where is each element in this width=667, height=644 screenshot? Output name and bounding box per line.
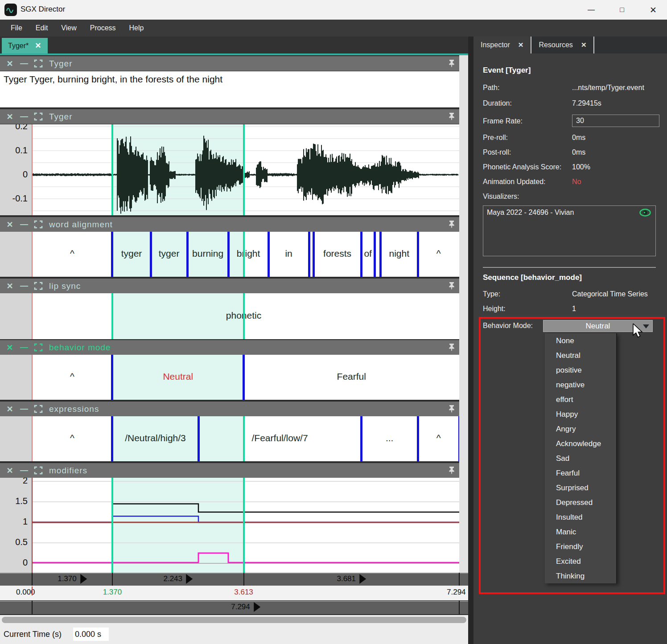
behavior-option-acknowledge[interactable]: Acknowledge	[545, 436, 616, 451]
track-expand-icon[interactable]	[34, 220, 43, 229]
behavior-option-negative[interactable]: negative	[545, 377, 616, 392]
behavior-option-fearful[interactable]: Fearful	[545, 466, 616, 480]
track-content-segments-5[interactable]: ^/Neutral/high/3/Fearful/low/7...^	[0, 416, 459, 461]
behavior-option-thinking[interactable]: Thinking	[545, 569, 616, 583]
word-boundary-line[interactable]	[186, 232, 189, 277]
track-content-segments-2[interactable]: ^tygertygerburningbrightinforestsofnight…	[0, 232, 459, 277]
behavior-option-sad[interactable]: Sad	[545, 451, 616, 466]
segment-duration-label[interactable]: 7.294	[231, 602, 260, 612]
tab-close-icon[interactable]: ✕	[581, 41, 587, 49]
behavior-option-manic[interactable]: Manic	[545, 525, 616, 539]
track-expand-icon[interactable]	[34, 343, 43, 352]
play-segment-icon[interactable]	[186, 574, 193, 584]
word-boundary-line[interactable]	[313, 232, 315, 277]
word-boundary-line[interactable]	[111, 232, 113, 277]
behavior-option-friendly[interactable]: Friendly	[545, 539, 616, 554]
word-boundary-line[interactable]	[268, 232, 270, 277]
word-boundary-line[interactable]	[198, 416, 200, 461]
word-boundary-line[interactable]	[417, 416, 419, 461]
timeline-segment-bar-bottom[interactable]: 7.294	[0, 601, 468, 614]
tab-resources[interactable]: Resources✕	[531, 37, 594, 53]
track-minimize-icon[interactable]: —	[20, 220, 29, 229]
track-header-behavior-mode[interactable]: ✕—behavior mode	[0, 340, 459, 355]
track-minimize-icon[interactable]: —	[20, 466, 29, 475]
track-header-Tyger[interactable]: ✕—Tyger	[0, 109, 459, 124]
word-boundary-line[interactable]	[111, 416, 113, 461]
pin-icon[interactable]	[448, 405, 456, 413]
visibility-eye-icon[interactable]	[639, 209, 651, 217]
track-minimize-icon[interactable]: —	[20, 59, 29, 68]
maximize-button[interactable]: □	[612, 3, 632, 17]
pin-icon[interactable]	[448, 343, 456, 352]
tab-tyger[interactable]: Tyger* ✕	[2, 38, 48, 53]
pin-icon[interactable]	[448, 282, 456, 290]
segment-duration-label[interactable]: 1.370	[58, 574, 87, 584]
pin-icon[interactable]	[448, 466, 456, 475]
track-close-icon[interactable]: ✕	[5, 59, 14, 69]
segment-duration-label[interactable]: 3.681	[337, 574, 366, 584]
track-expand-icon[interactable]	[34, 282, 43, 290]
word-boundary-line[interactable]	[417, 232, 419, 277]
behavior-option-angry[interactable]: Angry	[545, 422, 616, 436]
track-expand-icon[interactable]	[34, 405, 43, 413]
track-header-lip-sync[interactable]: ✕—lip sync	[0, 279, 459, 293]
menu-help[interactable]: Help	[129, 24, 144, 32]
track-close-icon[interactable]: ✕	[5, 404, 14, 414]
track-expand-icon[interactable]	[34, 59, 43, 68]
minimize-button[interactable]: —	[581, 3, 601, 17]
visualizer-item[interactable]: Maya 2022 - 24696 - Vivian	[487, 209, 574, 217]
menu-edit[interactable]: Edit	[36, 24, 48, 32]
track-header-expressions[interactable]: ✕—expressions	[0, 402, 459, 416]
behavior-option-insulted[interactable]: Insulted	[545, 510, 616, 525]
track-minimize-icon[interactable]: —	[20, 404, 29, 414]
word-boundary-line[interactable]	[150, 232, 152, 277]
pin-icon[interactable]	[448, 112, 456, 121]
word-boundary-line[interactable]	[308, 232, 310, 277]
play-segment-icon[interactable]	[254, 602, 260, 612]
behavior-option-excited[interactable]: Excited	[545, 554, 616, 569]
tab-close-icon[interactable]: ✕	[518, 41, 524, 49]
behavior-option-happy[interactable]: Happy	[545, 407, 616, 422]
vertical-scrollbar[interactable]	[459, 55, 468, 573]
track-close-icon[interactable]: ✕	[5, 466, 14, 476]
word-boundary-line[interactable]	[374, 232, 376, 277]
word-boundary-line[interactable]	[111, 355, 113, 400]
behavior-option-effort[interactable]: effort	[545, 392, 616, 407]
track-content-plot-6[interactable]: 21.510.50	[0, 478, 459, 573]
timeline-segment-bar-top[interactable]: 1.3702.2433.681	[0, 573, 468, 586]
track-expand-icon[interactable]	[34, 466, 43, 475]
word-boundary-line[interactable]	[243, 355, 245, 400]
track-content-segments-4[interactable]: ^NeutralFearful	[0, 355, 459, 400]
menu-view[interactable]: View	[61, 24, 76, 32]
frame-rate-input[interactable]	[572, 115, 659, 127]
menu-file[interactable]: File	[11, 24, 22, 32]
word-boundary-line[interactable]	[360, 416, 362, 461]
track-expand-icon[interactable]	[34, 112, 43, 121]
track-close-icon[interactable]: ✕	[5, 281, 14, 291]
track-minimize-icon[interactable]: —	[20, 343, 29, 352]
horizontal-scrollbar-thumb[interactable]	[2, 617, 466, 623]
track-header-modifiers[interactable]: ✕—modifiers	[0, 463, 459, 478]
visualizers-list[interactable]: Maya 2022 - 24696 - Vivian	[483, 205, 656, 256]
pin-icon[interactable]	[448, 220, 456, 229]
word-boundary-line[interactable]	[379, 232, 382, 277]
panel-splitter[interactable]	[468, 37, 473, 644]
pin-icon[interactable]	[448, 59, 456, 68]
track-close-icon[interactable]: ✕	[5, 343, 14, 353]
track-minimize-icon[interactable]: —	[20, 112, 29, 121]
current-time-input[interactable]	[73, 628, 109, 641]
timeline-scale[interactable]: 0.0001.3703.6137.294	[0, 586, 468, 600]
play-segment-icon[interactable]	[359, 574, 366, 584]
behavior-option-positive[interactable]: positive	[545, 363, 616, 377]
menu-process[interactable]: Process	[90, 24, 116, 32]
track-content-segments-3[interactable]: phonetic	[0, 293, 459, 339]
play-segment-icon[interactable]	[80, 574, 87, 584]
track-close-icon[interactable]: ✕	[5, 112, 14, 122]
segment-duration-label[interactable]: 2.243	[163, 574, 193, 584]
track-content-text-0[interactable]: Tyger Tyger, burning bright, in the fore…	[0, 71, 459, 107]
behavior-mode-dropdown[interactable]: Neutral	[543, 320, 653, 332]
behavior-option-depressed[interactable]: Depressed	[545, 495, 616, 510]
word-boundary-line[interactable]	[227, 232, 230, 277]
behavior-option-surprised[interactable]: Surprised	[545, 480, 616, 495]
close-button[interactable]: ✕	[643, 3, 663, 17]
